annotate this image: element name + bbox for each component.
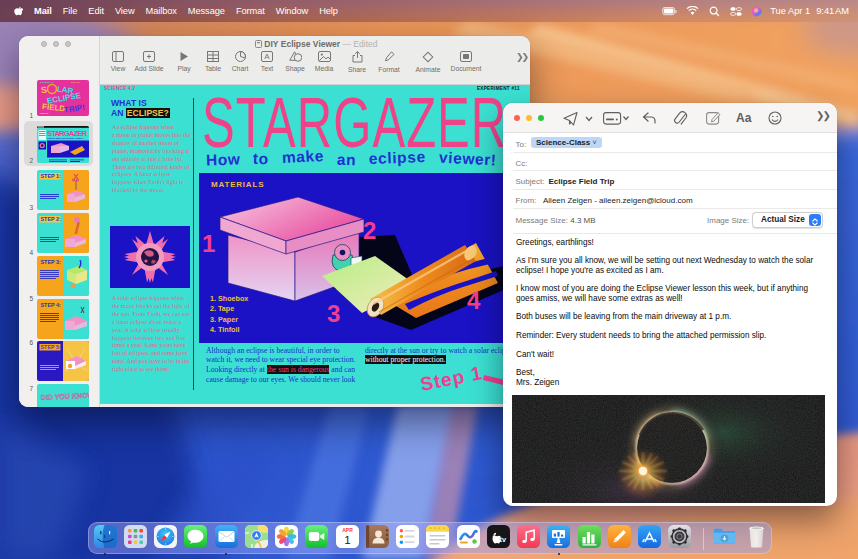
svg-text:3: 3: [327, 300, 340, 327]
svg-text:STEP 3:: STEP 3:: [41, 259, 61, 265]
svg-text:tv: tv: [499, 534, 505, 543]
svg-text:1: 1: [202, 230, 215, 257]
svg-text:STEP 4:: STEP 4:: [41, 302, 61, 308]
svg-text:DID YOU KNOW: DID YOU KNOW: [41, 391, 89, 401]
svg-text:How to Make an Eclipse Viewer!: How to Make an Eclipse Viewer!: [47, 137, 83, 140]
svg-text:SCIENCE 4.2: SCIENCE 4.2: [40, 81, 54, 83]
svg-text:EXP #11: EXP #11: [71, 81, 80, 83]
svg-text:TRIP!: TRIP!: [63, 103, 85, 115]
svg-text:4: 4: [467, 287, 481, 314]
svg-text:STEP 5:: STEP 5:: [41, 344, 61, 350]
svg-text:S: S: [40, 85, 47, 96]
svg-text:STEP 2:: STEP 2:: [41, 216, 61, 222]
svg-text:STEP 1:: STEP 1:: [41, 173, 61, 179]
svg-text:1: 1: [344, 534, 350, 546]
svg-text:APR: APR: [342, 527, 353, 533]
svg-text:2: 2: [363, 217, 376, 244]
svg-text:With Love: With Love: [40, 112, 48, 114]
svg-text:A: A: [264, 52, 270, 61]
